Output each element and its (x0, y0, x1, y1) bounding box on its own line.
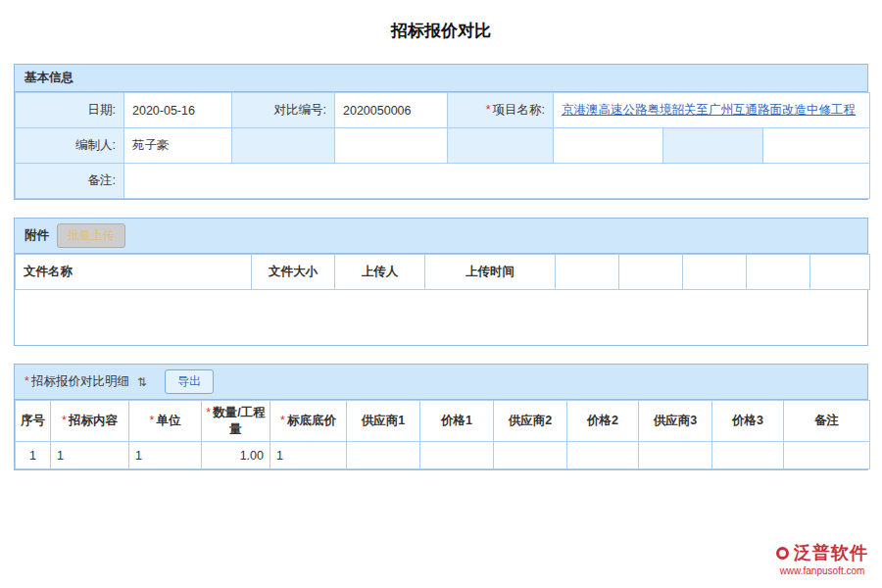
required-mark: * (280, 414, 285, 427)
brand-logo: 泛普软件 www.fanpusoft.com (776, 541, 868, 576)
date-label: 日期: (16, 93, 124, 128)
attachment-col-empty (810, 255, 870, 290)
empty-label-cell (232, 128, 335, 164)
batch-upload-button[interactable]: 批量上传 (57, 223, 125, 248)
detail-section-header: *招标报价对比明细 ⇅ 导出 (15, 365, 867, 400)
sort-toggle-icon[interactable]: ⇅ (137, 375, 147, 389)
attachment-col-filename: 文件名称 (16, 255, 252, 290)
col-bid-content: *招标内容 (51, 401, 129, 442)
col-supplier2: 供应商2 (494, 401, 567, 442)
col-supplier1: 供应商1 (347, 401, 420, 442)
project-name-label-text: 项目名称: (493, 103, 545, 117)
compare-no-label: 对比编号: (232, 93, 335, 128)
empty-value-cell (554, 128, 663, 164)
empty-label-cell (663, 128, 763, 164)
basic-info-header: 基本信息 (15, 65, 867, 92)
page: 招标报价对比 基本信息 日期: 2020-05-16 对比编号: 2020050… (0, 0, 882, 588)
remark-label: 备注: (16, 164, 124, 199)
detail-header-row: 序号 *招标内容 *单位 *数量/工程量 *标底底价 供应商1 价格1 供应商2… (16, 401, 870, 442)
cell-unit[interactable]: 1 (129, 442, 202, 469)
remark-value (124, 164, 870, 199)
project-name-cell: 京港澳高速公路粤境韶关至广州互通路面改造中修工程 (554, 93, 870, 128)
required-mark: * (62, 414, 67, 427)
col-remark: 备注 (784, 401, 870, 442)
basic-info-title: 基本信息 (24, 70, 74, 86)
required-mark: * (24, 374, 29, 388)
compare-no-value: 2020050006 (335, 93, 448, 128)
col-quantity: *数量/工程量 (202, 401, 270, 442)
detail-section: *招标报价对比明细 ⇅ 导出 序号 *招标内容 *单位 *数量/工程量 *标底底… (14, 364, 868, 470)
cell-supplier3[interactable] (639, 442, 712, 469)
detail-title: *招标报价对比明细 (24, 373, 129, 390)
cell-quantity[interactable]: 1.00 (202, 442, 270, 469)
cell-price1[interactable] (420, 442, 494, 469)
attachment-col-empty (683, 255, 747, 290)
attachment-col-empty (747, 255, 810, 290)
col-seq: 序号 (16, 401, 51, 442)
required-mark: * (486, 103, 491, 117)
col-price1: 价格1 (420, 401, 494, 442)
col-price2: 价格2 (567, 401, 639, 442)
export-button[interactable]: 导出 (165, 369, 214, 394)
attachment-col-uploadtime: 上传时间 (425, 255, 556, 290)
detail-table: 序号 *招标内容 *单位 *数量/工程量 *标底底价 供应商1 价格1 供应商2… (15, 400, 870, 469)
basic-info-table: 日期: 2020-05-16 对比编号: 2020050006 *项目名称: 京… (15, 92, 870, 199)
cell-bid-content[interactable]: 1 (51, 442, 129, 469)
fanpu-logo-icon (776, 547, 789, 560)
required-mark: * (150, 414, 155, 427)
col-unit: *单位 (129, 401, 202, 442)
col-price3: 价格3 (712, 401, 784, 442)
cell-remark[interactable] (784, 442, 870, 469)
cell-supplier2[interactable] (494, 442, 567, 469)
basic-info-section: 基本信息 日期: 2020-05-16 对比编号: 2020050006 *项目… (14, 64, 868, 200)
date-value: 2020-05-16 (124, 93, 232, 128)
cell-price3[interactable] (712, 442, 784, 469)
attachment-col-filesize: 文件大小 (252, 255, 335, 290)
required-mark: * (206, 406, 211, 419)
attachments-empty-area (15, 290, 867, 345)
col-base-price: *标底底价 (270, 401, 347, 442)
attachment-col-uploader: 上传人 (335, 255, 425, 290)
brand-name: 泛普软件 (794, 541, 868, 564)
project-name-label: *项目名称: (448, 93, 554, 128)
project-link[interactable]: 京港澳高速公路粤境韶关至广州互通路面改造中修工程 (562, 103, 856, 117)
page-title: 招标报价对比 (14, 20, 868, 42)
table-row: 1 1 1 1.00 1 (16, 442, 870, 469)
detail-title-text: 招标报价对比明细 (31, 374, 129, 388)
cell-supplier1[interactable] (347, 442, 420, 469)
creator-label: 编制人: (16, 128, 124, 164)
brand-logo-row: 泛普软件 (776, 541, 868, 564)
attachments-header: 附件 批量上传 (15, 219, 867, 254)
attachments-section: 附件 批量上传 文件名称 文件大小 上传人 上传时间 (14, 218, 868, 346)
creator-value: 苑子豪 (124, 128, 232, 164)
empty-value-cell (763, 128, 870, 164)
cell-base-price[interactable]: 1 (270, 442, 347, 469)
empty-label-cell (448, 128, 554, 164)
attachment-col-empty (556, 255, 619, 290)
attachment-col-empty (619, 255, 683, 290)
attachments-table: 文件名称 文件大小 上传人 上传时间 (15, 254, 870, 290)
empty-value-cell (335, 128, 448, 164)
cell-seq[interactable]: 1 (16, 442, 51, 469)
attachments-title: 附件 (24, 227, 49, 244)
col-supplier3: 供应商3 (639, 401, 712, 442)
cell-price2[interactable] (567, 442, 639, 469)
brand-url: www.fanpusoft.com (776, 565, 868, 576)
